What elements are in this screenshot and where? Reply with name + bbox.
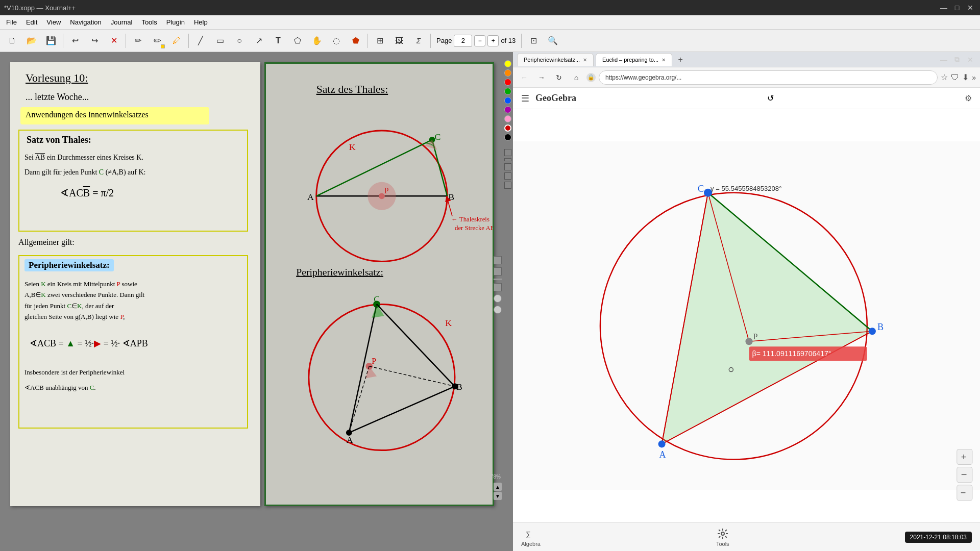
color-green[interactable] [504,88,511,95]
svg-text:der Strecke AB: der Strecke AB [455,224,493,232]
svg-text:+: + [961,452,967,462]
shape-rect[interactable] [504,163,511,170]
select-tool[interactable]: ◌ [327,32,346,50]
menu-navigation[interactable]: Navigation [66,17,105,28]
close-button[interactable]: ✕ [965,2,976,13]
gg-back-icon[interactable]: ↺ [767,93,774,103]
tab-close-2[interactable]: ✕ [662,57,666,63]
undo-button[interactable]: ↩ [66,32,84,50]
menu-edit[interactable]: Edit [22,17,41,28]
delete-button[interactable]: ✕ [105,32,123,50]
tool-6[interactable] [494,306,502,314]
separator-5 [430,34,431,48]
gg-menu-icon[interactable]: ☰ [521,93,529,104]
home-button[interactable]: ⌂ [569,70,583,85]
highlighter-button[interactable]: 🖊 [167,32,186,50]
back-button[interactable]: ← [517,70,531,85]
zoom-fit-button[interactable]: ⊡ [524,32,543,50]
page-plus-button[interactable]: + [487,35,499,46]
shape-tool[interactable]: ⬠ [288,32,307,50]
side-tools [494,256,502,314]
gg-settings-icon[interactable]: ⚙ [965,93,972,103]
minimize-button[interactable]: — [938,2,949,13]
xournal-canvas[interactable]: Vorlesung 10: ... letzte Woche... Anwend… [0,52,513,551]
hand-tool[interactable]: ✋ [308,32,326,50]
color-black[interactable] [504,134,511,141]
menu-help[interactable]: Help [190,17,212,28]
tab-close-1[interactable]: ✕ [583,57,587,63]
color-orange[interactable] [504,69,511,77]
svg-text:← Thaleskreis: ← Thaleskreis [451,216,489,223]
circle-tool[interactable]: ○ [230,32,249,50]
tab-euclid[interactable]: Euclid – preparing to... ✕ [596,53,672,66]
svg-text:B: B [877,322,884,332]
nav-up[interactable]: ▲ [494,483,502,491]
text-tool[interactable]: T [269,32,287,50]
color-blue[interactable] [504,97,511,104]
menu-plugin[interactable]: Plugin [162,17,189,28]
gg-logo: GeoGebra [535,93,576,104]
download-button[interactable]: ⬇ [962,72,969,82]
url-text: https://www.geogebra.org/... [605,74,681,81]
address-bar[interactable]: https://www.geogebra.org/... [599,70,938,85]
color-red[interactable] [504,79,511,86]
color-darkred[interactable] [504,124,511,132]
page-number-input[interactable] [454,35,472,47]
geogebra-canvas[interactable]: C γ = 55.5455584853208° B P β= 111.09111… [513,109,980,522]
save-button[interactable]: 💾 [42,32,60,50]
tool-4[interactable] [494,283,502,291]
svg-text:B: B [448,192,454,202]
menu-file[interactable]: File [2,17,21,28]
color-yellow[interactable] [504,60,511,67]
tab-peripheriewinkelsatz[interactable]: Peripheriewinkelsatz... ✕ [517,53,594,66]
svg-text:K: K [349,142,356,152]
pen-color-button[interactable]: ✏ [148,32,166,50]
shape-line[interactable] [504,158,511,161]
algebra-button[interactable]: ∑ Algebra [521,528,541,547]
fill-tool[interactable]: ⬟ [347,32,365,50]
rect-tool[interactable]: ▭ [211,32,229,50]
refresh-button[interactable]: ↻ [552,70,566,85]
tool-2[interactable] [494,267,502,276]
svg-text:P: P [753,332,758,341]
arrow-tool[interactable]: ↗ [250,32,268,50]
shape-arrow[interactable] [504,182,511,189]
forward-button[interactable]: → [534,70,549,85]
tool-5[interactable] [494,294,502,303]
color-pink[interactable] [504,115,511,122]
shape-circle[interactable] [504,172,511,180]
redo-button[interactable]: ↪ [85,32,104,50]
browser-minimize[interactable]: — [938,54,949,65]
security-icon[interactable]: 🔒 [586,73,596,82]
separator-3 [188,34,189,48]
lecture-title: Vorlesung 10: [26,71,88,85]
tools-button[interactable]: Tools [716,528,729,547]
extensions-button[interactable]: » [972,73,976,82]
maximize-button[interactable]: □ [951,2,963,13]
nav-down[interactable]: ▼ [494,492,502,500]
image-button[interactable]: 🖼 [390,32,408,50]
formula-button[interactable]: Σ [409,32,428,50]
new-button[interactable]: 🗋 [3,32,21,50]
browser-restore[interactable]: ⧉ [951,54,963,65]
new-tab-button[interactable]: + [674,54,687,66]
bookmark-button[interactable]: ☆ [941,72,948,82]
menu-tools[interactable]: Tools [137,17,161,28]
browser-win-controls: — ⧉ ✕ [938,54,976,65]
pen-button[interactable]: ✏ [129,32,147,50]
layers-button[interactable]: ⊞ [371,32,389,50]
tool-3[interactable] [494,279,502,280]
svg-text:∑: ∑ [526,530,531,538]
shape-square[interactable] [504,149,511,156]
zoom-button[interactable]: 🔍 [544,32,562,50]
line-tool[interactable]: ╱ [191,32,210,50]
page-minus-button[interactable]: − [474,35,485,46]
tool-1[interactable] [494,256,502,264]
browser-close[interactable]: ✕ [965,54,976,65]
shield-button[interactable]: 🛡 [951,73,959,82]
color-purple[interactable] [504,106,511,113]
menu-view[interactable]: View [42,17,65,28]
svg-line-26 [349,304,377,433]
open-button[interactable]: 📂 [22,32,41,50]
menu-journal[interactable]: Journal [107,17,137,28]
